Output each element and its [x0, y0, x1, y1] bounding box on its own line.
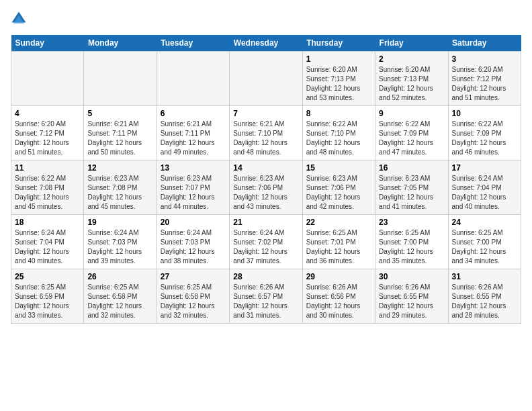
day-number: 5	[87, 109, 152, 118]
day-info: Sunrise: 6:23 AMSunset: 7:05 PMDaylight:…	[379, 174, 444, 212]
day-info: Sunrise: 6:24 AMSunset: 7:04 PMDaylight:…	[15, 228, 80, 266]
day-number: 7	[233, 109, 298, 118]
day-info: Sunrise: 6:25 AMSunset: 6:59 PMDaylight:…	[15, 283, 80, 320]
day-cell-24: 24Sunrise: 6:25 AMSunset: 7:00 PMDayligh…	[448, 215, 521, 269]
week-row-2: 4Sunrise: 6:20 AMSunset: 7:12 PMDaylight…	[11, 106, 521, 161]
day-info: Sunrise: 6:24 AMSunset: 7:03 PMDaylight:…	[87, 228, 152, 266]
day-info: Sunrise: 6:20 AMSunset: 7:12 PMDaylight:…	[15, 120, 80, 157]
day-info: Sunrise: 6:25 AMSunset: 7:00 PMDaylight:…	[379, 228, 444, 266]
day-info: Sunrise: 6:20 AMSunset: 7:13 PMDaylight:…	[306, 65, 371, 103]
day-info: Sunrise: 6:24 AMSunset: 7:04 PMDaylight:…	[452, 174, 517, 212]
day-number: 26	[87, 272, 152, 281]
day-number: 30	[379, 272, 444, 281]
day-cell-9: 9Sunrise: 6:22 AMSunset: 7:09 PMDaylight…	[375, 106, 448, 161]
day-cell-empty	[11, 52, 84, 106]
day-number: 13	[161, 163, 226, 173]
day-info: Sunrise: 6:24 AMSunset: 7:02 PMDaylight:…	[233, 228, 298, 266]
page-header	[11, 11, 521, 27]
day-info: Sunrise: 6:23 AMSunset: 7:08 PMDaylight:…	[87, 174, 152, 212]
day-cell-5: 5Sunrise: 6:21 AMSunset: 7:11 PMDaylight…	[84, 106, 157, 161]
day-info: Sunrise: 6:23 AMSunset: 7:06 PMDaylight:…	[233, 174, 298, 212]
day-cell-26: 26Sunrise: 6:25 AMSunset: 6:58 PMDayligh…	[84, 269, 157, 324]
day-cell-16: 16Sunrise: 6:23 AMSunset: 7:05 PMDayligh…	[375, 161, 448, 215]
day-number: 27	[161, 272, 226, 281]
logo	[11, 11, 30, 27]
day-number: 16	[379, 163, 444, 173]
day-number: 17	[452, 163, 517, 173]
header-thursday: Thursday	[302, 35, 375, 52]
day-number: 2	[379, 54, 444, 64]
day-info: Sunrise: 6:25 AMSunset: 7:00 PMDaylight:…	[452, 228, 517, 266]
header-tuesday: Tuesday	[157, 35, 229, 52]
day-number: 3	[452, 54, 517, 64]
day-number: 14	[233, 163, 298, 173]
week-row-3: 11Sunrise: 6:22 AMSunset: 7:08 PMDayligh…	[11, 161, 521, 215]
day-cell-empty	[230, 52, 302, 106]
header-wednesday: Wednesday	[230, 35, 302, 52]
day-cell-31: 31Sunrise: 6:26 AMSunset: 6:55 PMDayligh…	[448, 269, 521, 324]
day-number: 11	[15, 163, 80, 173]
day-info: Sunrise: 6:23 AMSunset: 7:06 PMDaylight:…	[306, 174, 371, 212]
day-number: 12	[87, 163, 152, 173]
header-sunday: Sunday	[11, 35, 84, 52]
header-friday: Friday	[375, 35, 448, 52]
day-info: Sunrise: 6:20 AMSunset: 7:12 PMDaylight:…	[452, 65, 517, 103]
day-number: 19	[87, 218, 152, 227]
day-info: Sunrise: 6:26 AMSunset: 6:56 PMDaylight:…	[306, 283, 371, 320]
week-row-4: 18Sunrise: 6:24 AMSunset: 7:04 PMDayligh…	[11, 215, 521, 269]
day-info: Sunrise: 6:23 AMSunset: 7:07 PMDaylight:…	[161, 174, 226, 212]
day-info: Sunrise: 6:22 AMSunset: 7:10 PMDaylight:…	[306, 120, 371, 157]
day-info: Sunrise: 6:26 AMSunset: 6:55 PMDaylight:…	[452, 283, 517, 320]
day-number: 25	[15, 272, 80, 281]
day-info: Sunrise: 6:22 AMSunset: 7:09 PMDaylight:…	[452, 120, 517, 157]
day-cell-10: 10Sunrise: 6:22 AMSunset: 7:09 PMDayligh…	[448, 106, 521, 161]
day-cell-20: 20Sunrise: 6:24 AMSunset: 7:03 PMDayligh…	[157, 215, 229, 269]
day-info: Sunrise: 6:26 AMSunset: 6:57 PMDaylight:…	[233, 283, 298, 320]
day-number: 4	[15, 109, 80, 118]
day-info: Sunrise: 6:22 AMSunset: 7:09 PMDaylight:…	[379, 120, 444, 157]
day-info: Sunrise: 6:21 AMSunset: 7:10 PMDaylight:…	[233, 120, 298, 157]
day-number: 28	[233, 272, 298, 281]
day-cell-30: 30Sunrise: 6:26 AMSunset: 6:55 PMDayligh…	[375, 269, 448, 324]
day-number: 10	[452, 109, 517, 118]
day-cell-1: 1Sunrise: 6:20 AMSunset: 7:13 PMDaylight…	[302, 52, 375, 106]
day-number: 18	[15, 218, 80, 227]
day-info: Sunrise: 6:25 AMSunset: 6:58 PMDaylight:…	[161, 283, 226, 320]
day-number: 24	[452, 218, 517, 227]
day-number: 21	[233, 218, 298, 227]
day-number: 1	[306, 54, 371, 64]
day-cell-25: 25Sunrise: 6:25 AMSunset: 6:59 PMDayligh…	[11, 269, 84, 324]
day-info: Sunrise: 6:22 AMSunset: 7:08 PMDaylight:…	[15, 174, 80, 212]
calendar-table: SundayMondayTuesdayWednesdayThursdayFrid…	[11, 35, 521, 324]
week-row-1: 1Sunrise: 6:20 AMSunset: 7:13 PMDaylight…	[11, 52, 521, 106]
day-info: Sunrise: 6:26 AMSunset: 6:55 PMDaylight:…	[379, 283, 444, 320]
day-info: Sunrise: 6:20 AMSunset: 7:13 PMDaylight:…	[379, 65, 444, 103]
day-cell-12: 12Sunrise: 6:23 AMSunset: 7:08 PMDayligh…	[84, 161, 157, 215]
day-number: 9	[379, 109, 444, 118]
day-cell-27: 27Sunrise: 6:25 AMSunset: 6:58 PMDayligh…	[157, 269, 229, 324]
day-info: Sunrise: 6:21 AMSunset: 7:11 PMDaylight:…	[87, 120, 152, 157]
header-saturday: Saturday	[448, 35, 521, 52]
day-cell-18: 18Sunrise: 6:24 AMSunset: 7:04 PMDayligh…	[11, 215, 84, 269]
day-number: 23	[379, 218, 444, 227]
logo-icon	[11, 11, 27, 27]
day-info: Sunrise: 6:21 AMSunset: 7:11 PMDaylight:…	[161, 120, 226, 157]
day-cell-23: 23Sunrise: 6:25 AMSunset: 7:00 PMDayligh…	[375, 215, 448, 269]
day-cell-17: 17Sunrise: 6:24 AMSunset: 7:04 PMDayligh…	[448, 161, 521, 215]
week-row-5: 25Sunrise: 6:25 AMSunset: 6:59 PMDayligh…	[11, 269, 521, 324]
day-number: 20	[161, 218, 226, 227]
day-cell-22: 22Sunrise: 6:25 AMSunset: 7:01 PMDayligh…	[302, 215, 375, 269]
day-number: 6	[161, 109, 226, 118]
day-cell-2: 2Sunrise: 6:20 AMSunset: 7:13 PMDaylight…	[375, 52, 448, 106]
day-number: 31	[452, 272, 517, 281]
day-cell-11: 11Sunrise: 6:22 AMSunset: 7:08 PMDayligh…	[11, 161, 84, 215]
day-cell-6: 6Sunrise: 6:21 AMSunset: 7:11 PMDaylight…	[157, 106, 229, 161]
day-cell-empty	[157, 52, 229, 106]
day-cell-15: 15Sunrise: 6:23 AMSunset: 7:06 PMDayligh…	[302, 161, 375, 215]
day-info: Sunrise: 6:24 AMSunset: 7:03 PMDaylight:…	[161, 228, 226, 266]
day-number: 29	[306, 272, 371, 281]
day-cell-28: 28Sunrise: 6:26 AMSunset: 6:57 PMDayligh…	[230, 269, 302, 324]
day-cell-3: 3Sunrise: 6:20 AMSunset: 7:12 PMDaylight…	[448, 52, 521, 106]
day-cell-4: 4Sunrise: 6:20 AMSunset: 7:12 PMDaylight…	[11, 106, 84, 161]
day-number: 22	[306, 218, 371, 227]
